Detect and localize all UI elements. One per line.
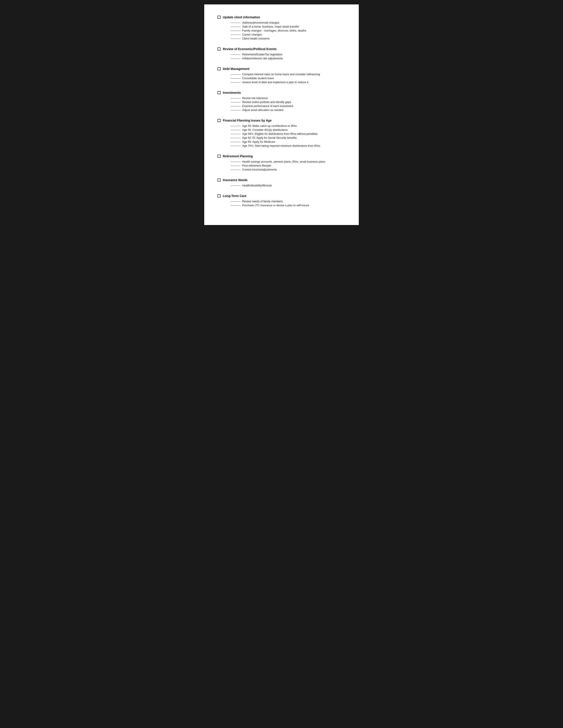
item-text: Age 70½: Start taking required minimum d… — [242, 144, 320, 147]
underline-blank — [231, 102, 240, 102]
item-text: Family changes - marriages, divorces, bi… — [242, 29, 306, 32]
underline-blank — [231, 27, 240, 27]
underline-blank — [231, 201, 240, 202]
section-title-investments: Investments — [223, 91, 241, 94]
item-text: Inflation/interest rate adjustments — [242, 57, 283, 60]
list-item: Family changes - marriages, divorces, bi… — [231, 29, 346, 32]
item-text: Sale of a home, business, major asset tr… — [242, 25, 299, 28]
list-item: Health savings accounts, pension plans, … — [231, 160, 346, 163]
section-title-long-term-care: Long-Term Care — [223, 194, 246, 198]
section-insurance-needs: Insurance NeedsHealth/disability/life/au… — [217, 178, 346, 187]
checkbox-insurance-needs[interactable] — [217, 178, 220, 182]
underline-blank — [231, 58, 240, 59]
underline-blank — [231, 110, 240, 110]
items-list-investments: Revisit risk toleranceReview entire port… — [217, 97, 346, 112]
checkbox-debt-management[interactable] — [217, 67, 220, 70]
items-list-retirement-planning: Health savings accounts, pension plans, … — [217, 160, 346, 171]
item-text: Retirement/Estate/Tax legislation — [242, 53, 283, 56]
list-item: Revisit risk tolerance — [231, 97, 346, 100]
checkbox-update-client-info[interactable] — [217, 16, 220, 19]
item-text: Purchase LTC insurance or devise a plan … — [242, 204, 309, 207]
section-title-economic-political-events: Review of Economic/Political Events — [223, 47, 276, 51]
items-list-economic-political-events: Retirement/Estate/Tax legislationInflati… — [217, 53, 346, 60]
section-title-debt-management: Debt Management — [223, 67, 249, 71]
section-title-insurance-needs: Insurance Needs — [223, 178, 247, 182]
item-text: Consolidate student loans — [242, 77, 274, 80]
items-list-update-client-info: Address/phone/email changesSale of a hom… — [217, 21, 346, 40]
checkbox-long-term-care[interactable] — [217, 194, 220, 197]
item-text: Address/phone/email changes — [242, 21, 279, 24]
section-investments: InvestmentsRevisit risk toleranceReview … — [217, 91, 346, 112]
underline-blank — [231, 106, 240, 106]
underline-blank — [231, 170, 240, 170]
list-item: Review entire portfolio and identify gap… — [231, 101, 346, 104]
underline-blank — [231, 31, 240, 31]
list-item: Age 50: Make catch-up contributions to I… — [231, 124, 346, 128]
item-text: Health/disability/life/auto — [242, 184, 272, 187]
list-item: Compare interest rates on home loans and… — [231, 73, 346, 76]
items-list-debt-management: Compare interest rates on home loans and… — [217, 73, 346, 84]
list-item: Examine performance of each investment — [231, 105, 346, 108]
checkbox-economic-political-events[interactable] — [217, 47, 220, 51]
items-list-insurance-needs: Health/disability/life/auto — [217, 184, 346, 187]
item-text: Assess level of debt and implement a pla… — [242, 81, 308, 84]
section-title-update-client-info: Update client information — [223, 15, 260, 19]
underline-blank — [231, 35, 240, 35]
item-text: Career changes — [242, 33, 262, 36]
section-header-financial-planning-issues: Financial Planning Issues by Age — [217, 119, 346, 122]
list-item: Age 59½: Eligible for distributions from… — [231, 132, 346, 135]
section-long-term-care: Long-Term CareReview needs of family mem… — [217, 194, 346, 207]
list-item: Age 62-70: Apply for Social Security ben… — [231, 136, 346, 139]
item-text: Compare interest rates on home loans and… — [242, 73, 320, 76]
item-text: Revisit risk tolerance — [242, 97, 267, 100]
list-item: Review needs of family members — [231, 200, 346, 203]
section-header-long-term-care: Long-Term Care — [217, 194, 346, 198]
list-item: Consolidate student loans — [231, 77, 346, 80]
underline-blank — [231, 146, 240, 146]
item-text: Review needs of family members — [242, 200, 283, 203]
item-text: Post-retirement lifestyle — [242, 164, 271, 167]
item-text: Review entire portfolio and identify gap… — [242, 101, 291, 104]
item-text: Age 65: Apply for Medicare — [242, 140, 275, 143]
list-item: Assess level of debt and implement a pla… — [231, 81, 346, 84]
list-item: Career changes — [231, 33, 346, 36]
section-title-financial-planning-issues: Financial Planning Issues by Age — [223, 119, 271, 122]
underline-blank — [231, 205, 240, 206]
checkbox-financial-planning-issues[interactable] — [217, 119, 220, 122]
section-header-economic-political-events: Review of Economic/Political Events — [217, 47, 346, 51]
item-text: Client health concerns — [242, 37, 269, 40]
list-item: Age 65: Apply for Medicare — [231, 140, 346, 143]
underline-blank — [231, 162, 240, 162]
list-item: Current income/adjustments — [231, 168, 346, 171]
section-header-update-client-info: Update client information — [217, 15, 346, 19]
list-item: Age 70½: Start taking required minimum d… — [231, 144, 346, 147]
page: Update client informationAddress/phone/e… — [204, 4, 359, 225]
section-retirement-planning: Retirement PlanningHealth savings accoun… — [217, 154, 346, 171]
section-economic-political-events: Review of Economic/Political EventsRetir… — [217, 47, 346, 60]
item-text: Health savings accounts, pension plans, … — [242, 160, 325, 163]
list-item: Adjust asset allocation as needed — [231, 109, 346, 112]
item-text: Adjust asset allocation as needed — [242, 109, 283, 112]
section-title-retirement-planning: Retirement Planning — [223, 154, 253, 158]
underline-blank — [231, 78, 240, 79]
list-item: Address/phone/email changes — [231, 21, 346, 24]
section-header-retirement-planning: Retirement Planning — [217, 154, 346, 158]
section-debt-management: Debt ManagementCompare interest rates on… — [217, 67, 346, 84]
section-financial-planning-issues: Financial Planning Issues by AgeAge 50: … — [217, 119, 346, 147]
list-item: Age 55: Consider 401(k) distributions — [231, 128, 346, 131]
section-update-client-info: Update client informationAddress/phone/e… — [217, 15, 346, 40]
checkbox-investments[interactable] — [217, 91, 220, 94]
item-text: Age 55: Consider 401(k) distributions — [242, 128, 288, 131]
section-header-insurance-needs: Insurance Needs — [217, 178, 346, 182]
items-list-financial-planning-issues: Age 50: Make catch-up contributions to I… — [217, 124, 346, 147]
list-item: Client health concerns — [231, 37, 346, 40]
item-text: Age 62-70: Apply for Social Security ben… — [242, 136, 297, 139]
underline-blank — [231, 74, 240, 75]
list-item: Health/disability/life/auto — [231, 184, 346, 187]
underline-blank — [231, 166, 240, 166]
underline-blank — [231, 23, 240, 23]
section-header-investments: Investments — [217, 91, 346, 94]
list-item: Purchase LTC insurance or devise a plan … — [231, 204, 346, 207]
checkbox-retirement-planning[interactable] — [217, 155, 220, 158]
section-header-debt-management: Debt Management — [217, 67, 346, 71]
